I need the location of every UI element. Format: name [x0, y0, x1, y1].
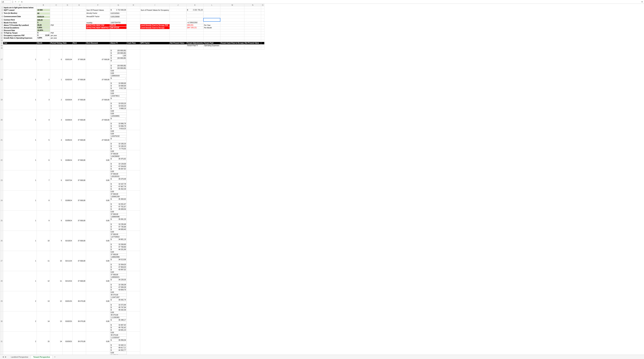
cell-present-value[interactable]: $43 664,76	[110, 289, 126, 291]
input-value[interactable]: $-	[37, 32, 50, 34]
cell[interactable]	[126, 15, 140, 18]
cell-period[interactable]: 12	[50, 291, 62, 311]
cell[interactable]	[244, 18, 261, 22]
cell-year[interactable]: 2	[3, 351, 37, 355]
cell[interactable]	[170, 37, 186, 40]
cell[interactable]	[220, 27, 244, 29]
cell[interactable]	[170, 22, 186, 24]
cell[interactable]	[126, 130, 140, 150]
cell-cf-occupy[interactable]: $47 667,78	[110, 185, 126, 188]
cell[interactable]	[126, 231, 140, 251]
row-header[interactable]: 15	[0, 44, 3, 47]
cell-npv-factor[interactable]: 1,11391901	[110, 316, 126, 319]
cell-cashflow[interactable]: 39 375,00	[110, 314, 126, 316]
cell-year[interactable]: 2	[3, 331, 37, 351]
cell-tenant-paid[interactable]: $10 167,78	[110, 183, 126, 185]
name-box-dropdown-icon[interactable]: ▲▼	[12, 0, 14, 3]
cell-month[interactable]: 10	[37, 231, 50, 251]
cell-above-ti[interactable]: 0,00	[110, 271, 126, 274]
cell-tenant-paid[interactable]: $10 201,67	[110, 203, 126, 206]
cell-tenant-paid[interactable]: $10 235,68	[110, 223, 126, 226]
cell-month[interactable]: 13	[37, 291, 50, 311]
cell[interactable]	[62, 12, 72, 15]
cell-year[interactable]: 1	[3, 90, 37, 110]
cell-npv[interactable]: $35 348,17	[110, 319, 126, 321]
cell-cf-occupy[interactable]: $49 817,11	[110, 346, 126, 349]
cell[interactable]	[261, 32, 264, 34]
cell[interactable]	[62, 37, 72, 40]
cell-npv[interactable]: $35 056,04	[110, 339, 126, 341]
cell-above-ti[interactable]: 0,00	[110, 70, 126, 72]
cell-above-ti[interactable]: 0,00	[110, 291, 126, 294]
cell[interactable]	[86, 37, 110, 40]
cell[interactable]	[170, 15, 186, 18]
cell-above-ti[interactable]: 0,00	[110, 150, 126, 153]
cell[interactable]	[110, 39, 126, 42]
input-value[interactable]: 01/01/14	[37, 16, 50, 18]
cell-tenant-adj[interactable]	[110, 201, 126, 203]
cell[interactable]	[126, 34, 140, 37]
cell-discount[interactable]: 0,00	[86, 351, 110, 355]
cell[interactable]	[72, 39, 86, 42]
cell[interactable]	[140, 6, 170, 9]
name-box[interactable]: L5	[1, 1, 11, 3]
cell-above-ti[interactable]: 0,00	[110, 251, 126, 253]
cell-year[interactable]: 2	[3, 291, 37, 311]
cell-tenant-adj[interactable]: $-	[110, 60, 126, 62]
cell-rent[interactable]: 37 500,00	[72, 110, 86, 130]
cell-period[interactable]: 7	[50, 190, 62, 211]
cell-rent[interactable]: 39 375,00	[72, 311, 86, 331]
row-header[interactable]: 17	[0, 49, 3, 70]
cell[interactable]	[86, 34, 110, 37]
cell-npv[interactable]: $34 228,35	[110, 279, 126, 281]
input-value[interactable]: 60	[37, 12, 50, 15]
cell[interactable]	[204, 34, 220, 37]
cell-present-value[interactable]: $45 009,56	[110, 208, 126, 211]
cell-above-ti[interactable]: 0,00	[110, 351, 126, 354]
cell-rent[interactable]: 37 500,00	[72, 211, 86, 231]
cell[interactable]	[126, 22, 140, 24]
cell[interactable]	[62, 32, 72, 34]
cell-present-value[interactable]: $44 352,77	[110, 349, 126, 351]
cell-tenant-adj[interactable]	[110, 100, 126, 102]
cell[interactable]	[204, 39, 220, 42]
selected-cell[interactable]	[204, 18, 220, 22]
cell-date[interactable]: 01/08/14	[62, 190, 72, 211]
cell-cashflow[interactable]: 37 500,00	[110, 213, 126, 216]
cell[interactable]	[204, 47, 220, 49]
cell-period[interactable]: 0	[50, 49, 62, 70]
cell[interactable]	[126, 39, 140, 42]
cell-year[interactable]: 2	[3, 311, 37, 331]
cell-above-ti[interactable]: 0,00	[110, 130, 126, 133]
cell-month[interactable]: 2	[37, 70, 50, 90]
cell-npv[interactable]: $34 513,58	[110, 258, 126, 261]
cell-period[interactable]: 9	[50, 231, 62, 251]
cell-date[interactable]: 01/03/15	[62, 331, 72, 351]
cell[interactable]	[220, 6, 244, 9]
cell-tenant-adj[interactable]	[110, 341, 126, 344]
cell-tenant-paid[interactable]: $10 338,38	[110, 284, 126, 286]
cell-cf-occupy[interactable]: $10 100,33	[110, 145, 126, 148]
cell-tenant-adj[interactable]	[110, 160, 126, 163]
cell[interactable]	[204, 29, 220, 32]
cell[interactable]	[126, 32, 140, 34]
cell[interactable]	[140, 29, 170, 32]
cell-month[interactable]: 7	[37, 170, 50, 190]
cell-period[interactable]: 1	[50, 70, 62, 90]
cell[interactable]	[72, 29, 86, 32]
cell-year[interactable]: 1	[3, 49, 37, 70]
cell-date[interactable]: 01/10/14	[62, 231, 72, 251]
input-value[interactable]: $5,00	[37, 24, 50, 27]
cell-month[interactable]: 15	[37, 331, 50, 351]
cell[interactable]	[140, 39, 170, 42]
cell[interactable]	[186, 34, 204, 37]
cell[interactable]	[72, 32, 86, 34]
cell[interactable]	[126, 211, 140, 231]
cell[interactable]	[261, 24, 264, 27]
row-header[interactable]: 14	[0, 42, 3, 44]
cell-cf-occupy[interactable]: $49 782,42	[110, 326, 126, 329]
cell[interactable]	[261, 27, 264, 29]
cell-cashflow[interactable]: 37 500,00	[110, 274, 126, 276]
cell-discount[interactable]: -37 500,00	[86, 49, 110, 70]
cell-period[interactable]: 11	[50, 271, 62, 291]
